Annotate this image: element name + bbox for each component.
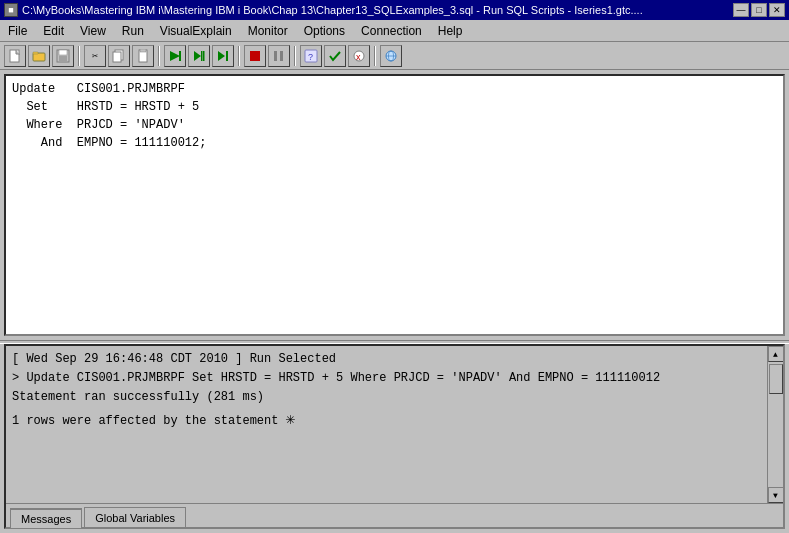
toolbar-paste-button[interactable] bbox=[132, 45, 154, 67]
svg-rect-5 bbox=[59, 56, 67, 61]
svg-marker-12 bbox=[194, 51, 201, 61]
sql-line2: Set HRSTD = HRSTD + 5 bbox=[12, 100, 199, 114]
title-bar: ■ C:\MyBooks\Mastering IBM i\Mastering I… bbox=[0, 0, 789, 20]
toolbar-pause-button[interactable] bbox=[268, 45, 290, 67]
maximize-button[interactable]: □ bbox=[751, 3, 767, 17]
title-bar-buttons: — □ ✕ bbox=[733, 3, 785, 17]
toolbar-run-new-button[interactable] bbox=[212, 45, 234, 67]
svg-rect-9 bbox=[140, 49, 146, 52]
svg-rect-13 bbox=[201, 51, 203, 61]
toolbar-globe-button[interactable] bbox=[380, 45, 402, 67]
toolbar-sep2 bbox=[158, 46, 160, 66]
toolbar-copy-button[interactable] bbox=[108, 45, 130, 67]
toolbar-save-button[interactable] bbox=[52, 45, 74, 67]
menu-connection[interactable]: Connection bbox=[357, 23, 426, 39]
scroll-thumb[interactable] bbox=[769, 364, 783, 394]
svg-rect-7 bbox=[113, 52, 121, 62]
menu-help[interactable]: Help bbox=[434, 23, 467, 39]
svg-rect-14 bbox=[203, 51, 205, 61]
toolbar-sep1 bbox=[78, 46, 80, 66]
svg-marker-15 bbox=[218, 51, 225, 61]
toolbar-run-all-button[interactable] bbox=[164, 45, 186, 67]
toolbar-open-button[interactable] bbox=[28, 45, 50, 67]
title-bar-text: C:\MyBooks\Mastering IBM i\Mastering IBM… bbox=[22, 4, 643, 16]
svg-text:?: ? bbox=[308, 52, 313, 62]
toolbar-check-button[interactable] bbox=[324, 45, 346, 67]
toolbar-run-selected-button[interactable] bbox=[188, 45, 210, 67]
sql-editor[interactable]: Update CIS001.PRJMBRPF Set HRSTD = HRSTD… bbox=[4, 74, 785, 336]
svg-rect-18 bbox=[274, 51, 277, 61]
tab-messages[interactable]: Messages bbox=[10, 508, 82, 528]
menu-file[interactable]: File bbox=[4, 23, 31, 39]
scroll-down-arrow[interactable]: ▼ bbox=[768, 487, 784, 503]
svg-marker-10 bbox=[170, 51, 180, 61]
menu-visualexplain[interactable]: VisualExplain bbox=[156, 23, 236, 39]
svg-text:x: x bbox=[356, 52, 361, 62]
menu-run[interactable]: Run bbox=[118, 23, 148, 39]
toolbar-sep4 bbox=[294, 46, 296, 66]
menu-bar: File Edit View Run VisualExplain Monitor… bbox=[0, 20, 789, 42]
message-line3: Statement ran successfully (281 ms) bbox=[12, 388, 763, 407]
toolbar-prompt-button[interactable]: ? bbox=[300, 45, 322, 67]
messages-content: [ Wed Sep 29 16:46:48 CDT 2010 ] Run Sel… bbox=[6, 346, 783, 503]
messages-scrollbar[interactable]: ▲ ▼ bbox=[767, 346, 783, 503]
svg-rect-11 bbox=[179, 51, 181, 61]
svg-rect-17 bbox=[250, 51, 260, 61]
toolbar-sep3 bbox=[238, 46, 240, 66]
sql-line1: Update CIS001.PRJMBRPF bbox=[12, 82, 185, 96]
menu-view[interactable]: View bbox=[76, 23, 110, 39]
svg-rect-19 bbox=[280, 51, 283, 61]
tab-global-variables[interactable]: Global Variables bbox=[84, 507, 186, 527]
sql-content: Update CIS001.PRJMBRPF Set HRSTD = HRSTD… bbox=[12, 80, 777, 152]
menu-options[interactable]: Options bbox=[300, 23, 349, 39]
title-bar-left: ■ C:\MyBooks\Mastering IBM i\Mastering I… bbox=[4, 3, 643, 17]
message-line4: 1 rows were affected by the statement ✳ bbox=[12, 408, 763, 434]
main-window: Update CIS001.PRJMBRPF Set HRSTD = HRSTD… bbox=[0, 70, 789, 533]
toolbar-sep5 bbox=[374, 46, 376, 66]
message-line1: [ Wed Sep 29 16:46:48 CDT 2010 ] Run Sel… bbox=[12, 350, 763, 369]
app-icon: ■ bbox=[4, 3, 18, 17]
toolbar: ✂ ? x bbox=[0, 42, 789, 70]
scroll-up-arrow[interactable]: ▲ bbox=[768, 346, 784, 362]
tabs-bar: Messages Global Variables bbox=[6, 503, 783, 527]
svg-rect-4 bbox=[59, 50, 67, 55]
close-button[interactable]: ✕ bbox=[769, 3, 785, 17]
toolbar-cut-button[interactable]: ✂ bbox=[84, 45, 106, 67]
toolbar-stop-button[interactable] bbox=[244, 45, 266, 67]
svg-rect-2 bbox=[33, 52, 38, 54]
sql-line3: Where PRJCD = 'NPADV' bbox=[12, 118, 185, 132]
minimize-button[interactable]: — bbox=[733, 3, 749, 17]
sql-line4: And EMPNO = 111110012; bbox=[12, 136, 206, 150]
message-line2: > Update CIS001.PRJMBRPF Set HRSTD = HRS… bbox=[12, 369, 763, 388]
toolbar-new-button[interactable] bbox=[4, 45, 26, 67]
messages-container: [ Wed Sep 29 16:46:48 CDT 2010 ] Run Sel… bbox=[4, 344, 785, 529]
menu-monitor[interactable]: Monitor bbox=[244, 23, 292, 39]
toolbar-clear-button[interactable]: x bbox=[348, 45, 370, 67]
menu-edit[interactable]: Edit bbox=[39, 23, 68, 39]
loading-cursor-icon: ✳ bbox=[286, 408, 296, 434]
